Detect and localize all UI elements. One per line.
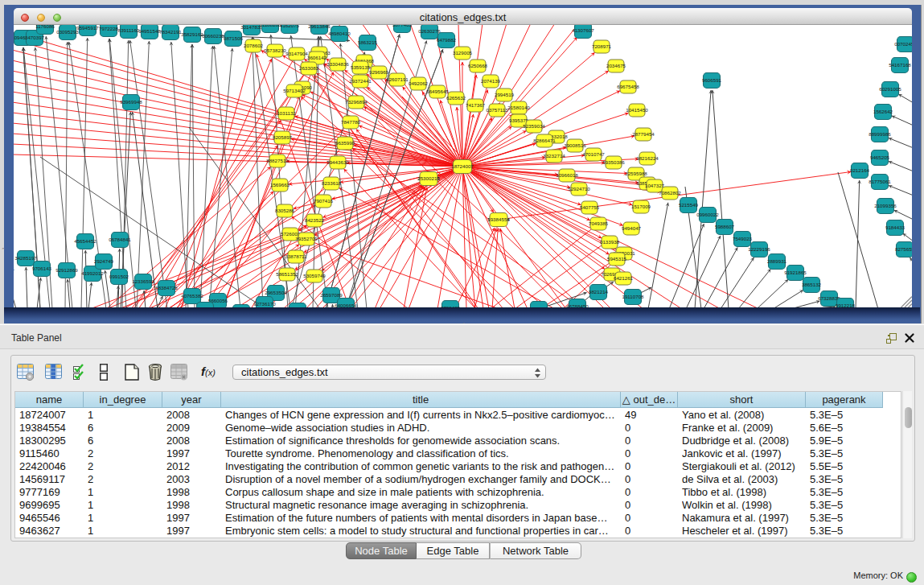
svg-text:29613846: 29613846 — [308, 25, 331, 29]
svg-text:7417367: 7417367 — [466, 102, 486, 108]
svg-text:9494047: 9494047 — [622, 225, 642, 231]
svg-text:93969948: 93969948 — [120, 99, 142, 105]
svg-text:5215549: 5215549 — [679, 202, 699, 208]
svg-text:33232714: 33232714 — [543, 153, 565, 159]
svg-text:26597089: 26597089 — [320, 292, 343, 298]
svg-text:2078602: 2078602 — [244, 43, 264, 48]
svg-text:1562642: 1562642 — [873, 109, 893, 114]
svg-text:9606591: 9606591 — [702, 77, 722, 83]
svg-text:5945315: 5945315 — [607, 256, 627, 262]
svg-text:09960022: 09960022 — [696, 212, 719, 217]
svg-text:0492062: 0492062 — [409, 80, 429, 86]
svg-text:54167168: 54167168 — [889, 62, 911, 68]
svg-text:3129005: 3129005 — [453, 50, 473, 56]
svg-text:94951548: 94951548 — [138, 28, 161, 34]
svg-text:59443630: 59443630 — [326, 159, 349, 165]
svg-text:25300215: 25300215 — [417, 175, 440, 181]
svg-text:92736170: 92736170 — [253, 301, 276, 307]
svg-text:21099356: 21099356 — [874, 203, 897, 208]
svg-text:8233618: 8233618 — [322, 180, 342, 186]
svg-text:12229196: 12229196 — [748, 246, 770, 252]
svg-text:35829162: 35829162 — [181, 31, 203, 37]
svg-text:19110708: 19110708 — [622, 294, 644, 299]
svg-text:0133938: 0133938 — [600, 239, 620, 245]
svg-text:60291005: 60291005 — [879, 86, 901, 92]
svg-text:7972228: 7972228 — [99, 26, 119, 31]
svg-text:3865132: 3865132 — [802, 282, 822, 287]
svg-text:59350386: 59350386 — [602, 159, 625, 165]
svg-text:39008516: 39008516 — [564, 142, 586, 148]
svg-text:8423522: 8423522 — [305, 217, 325, 223]
svg-text:4162075: 4162075 — [280, 25, 300, 28]
svg-text:41307607: 41307607 — [572, 27, 594, 33]
svg-text:42607191: 42607191 — [386, 76, 409, 82]
svg-text:95945917: 95945917 — [76, 25, 99, 31]
svg-text:47010747: 47010747 — [582, 151, 605, 157]
svg-text:59713402: 59713402 — [283, 88, 306, 93]
svg-text:19384554: 19384554 — [487, 216, 510, 222]
svg-text:9706143: 9706143 — [32, 266, 52, 271]
svg-text:93147904: 93147904 — [285, 51, 308, 56]
svg-text:2994519: 2994519 — [495, 92, 515, 97]
svg-text:10966018: 10966018 — [556, 172, 578, 178]
svg-text:21580140: 21580140 — [507, 105, 530, 110]
svg-text:33304836: 33304836 — [326, 61, 349, 67]
svg-text:69675458: 69675458 — [617, 84, 639, 89]
svg-text:6265632: 6265632 — [446, 95, 466, 101]
svg-text:91921865: 91921865 — [784, 270, 807, 275]
svg-text:9821214: 9821214 — [589, 289, 609, 295]
svg-text:98216224: 98216224 — [636, 155, 659, 161]
svg-text:06784841: 06784841 — [109, 237, 131, 242]
svg-text:7049385: 7049385 — [589, 220, 609, 226]
svg-text:12336593: 12336593 — [132, 278, 154, 284]
svg-text:02630276: 02630276 — [418, 28, 441, 34]
svg-text:39352709: 39352709 — [295, 236, 318, 241]
svg-text:5359135: 5359135 — [351, 64, 371, 70]
svg-text:9296969: 9296969 — [369, 69, 389, 75]
svg-text:45654452: 45654452 — [74, 238, 97, 244]
svg-text:64006654: 64006654 — [335, 303, 357, 307]
svg-text:52359034: 52359034 — [523, 123, 545, 129]
svg-text:9912218: 9912218 — [836, 303, 856, 307]
svg-text:2074139: 2074139 — [481, 78, 501, 84]
svg-text:03095293: 03095293 — [56, 29, 79, 35]
svg-text:3606142: 3606142 — [307, 55, 327, 60]
svg-text:1176086: 1176086 — [35, 25, 55, 29]
svg-text:7549023: 7549023 — [733, 236, 753, 241]
svg-text:0871506: 0871506 — [224, 35, 244, 41]
svg-text:0212164: 0212164 — [850, 167, 870, 173]
svg-text:8275655: 8275655 — [895, 246, 912, 252]
svg-text:00660230: 00660230 — [202, 33, 224, 39]
svg-text:41992012: 41992012 — [81, 270, 104, 276]
svg-text:48980410: 48980410 — [328, 31, 351, 36]
svg-text:88827513: 88827513 — [266, 158, 289, 163]
svg-text:7847780: 7847780 — [341, 119, 361, 125]
svg-text:3877405: 3877405 — [392, 25, 413, 27]
svg-text:05738230: 05738230 — [264, 47, 286, 53]
svg-text:53059749: 53059749 — [303, 273, 326, 278]
svg-text:6479882: 6479882 — [437, 37, 457, 43]
svg-text:2924749: 2924749 — [94, 258, 114, 264]
svg-text:28779454: 28779454 — [632, 131, 655, 137]
svg-text:29653504: 29653504 — [265, 290, 287, 295]
svg-text:40765382: 40765382 — [181, 293, 203, 299]
svg-text:6421261: 6421261 — [614, 275, 634, 281]
svg-text:9465205: 9465205 — [870, 154, 890, 160]
svg-text:3702409: 3702409 — [441, 305, 461, 307]
svg-text:88999986: 88999986 — [869, 131, 891, 137]
svg-text:46788450: 46788450 — [566, 303, 589, 307]
svg-text:31188288: 31188288 — [259, 25, 281, 27]
svg-text:78342191: 78342191 — [159, 29, 182, 35]
svg-text:03757113: 03757113 — [486, 107, 508, 113]
svg-text:8205897: 8205897 — [273, 134, 293, 140]
svg-text:0991502: 0991502 — [109, 274, 129, 279]
svg-text:58651352: 58651352 — [276, 271, 298, 277]
svg-text:52924710: 52924710 — [568, 186, 590, 192]
svg-text:34285197: 34285197 — [14, 255, 37, 261]
svg-text:29372441: 29372441 — [349, 78, 372, 84]
svg-text:83911160: 83911160 — [118, 27, 140, 33]
svg-text:00702453: 00702453 — [894, 41, 912, 47]
svg-text:1031132: 1031132 — [277, 110, 296, 116]
svg-text:2919878: 2919878 — [195, 307, 216, 307]
svg-text:6250668: 6250668 — [468, 63, 488, 68]
